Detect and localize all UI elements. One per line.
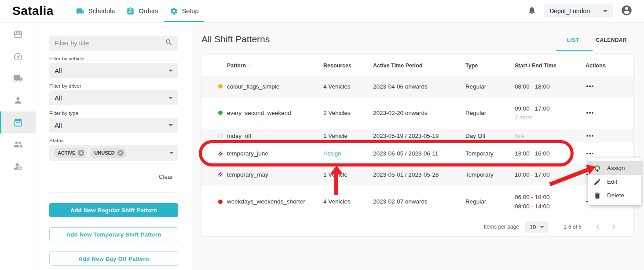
pattern-name: every_second_weekend	[227, 110, 323, 116]
chevron-down-icon	[603, 10, 607, 12]
add-new-regular-shift-pattern-button[interactable]: Add New Regular Shift Pattern	[49, 203, 178, 217]
filter-label: Filter by type	[49, 111, 178, 116]
search-icon[interactable]	[165, 38, 173, 48]
status-filter: Status ACTIVE✕UNUSED✕	[49, 138, 178, 161]
topbar: Satalia ScheduleOrdersSetup Depot_London	[0, 0, 644, 22]
row-actions-button[interactable]	[585, 150, 594, 157]
dashboard-icon	[13, 52, 23, 61]
resources-value: 1 Vehicle	[323, 133, 348, 139]
remove-chip-icon[interactable]: ✕	[117, 150, 124, 156]
nav-setup[interactable]: Setup	[164, 0, 205, 22]
column-header: Active Time Period	[373, 63, 465, 69]
search-input[interactable]	[55, 40, 165, 47]
row-actions-button[interactable]	[585, 109, 594, 116]
prev-page-button[interactable]	[593, 222, 603, 232]
items-per-page-label: Items per page	[484, 224, 519, 230]
store-icon	[13, 30, 23, 39]
filter-value: All	[55, 122, 62, 129]
rail-item-dashboard[interactable]	[0, 45, 36, 67]
pattern-type: Temporary	[465, 171, 515, 178]
filter-select[interactable]: All	[49, 118, 178, 133]
chevron-left-icon	[593, 222, 603, 232]
items-per-page-select[interactable]: 10	[525, 221, 549, 233]
nav-orders[interactable]: Orders	[121, 0, 164, 22]
chevron-down-icon	[540, 226, 544, 228]
sync-icon	[593, 164, 601, 172]
assign-link[interactable]: Assign	[323, 150, 341, 157]
filter-group: Filter by typeAll	[49, 111, 178, 133]
nav-schedule[interactable]: Schedule	[70, 0, 121, 22]
pattern-name: friday_off	[227, 133, 323, 139]
rail-item-truck[interactable]	[0, 67, 36, 89]
tab-list[interactable]: LIST	[567, 37, 579, 43]
time-value: 08:00 - 18:00	[515, 82, 585, 91]
column-header: Start / End Time	[515, 63, 585, 69]
menu-item-assign[interactable]: Assign	[588, 161, 641, 175]
chevron-right-icon	[609, 222, 618, 232]
rail-item-store[interactable]	[0, 23, 36, 45]
add-pattern-buttons: Add New Regular Shift PatternAdd New Tem…	[49, 203, 178, 266]
rail-item-calendar[interactable]	[0, 111, 36, 133]
table-row-colour_flags_simple: colour_flags_simple4 Vehicles2023-04-06 …	[201, 76, 633, 97]
table-row-weekdays_weekends_shorter: weekdays_weekends_shorter4 Vehicles2023-…	[201, 185, 633, 218]
column-header[interactable]: Pattern↑	[227, 62, 323, 69]
pattern-status-dot	[218, 152, 223, 156]
time-value: 10:00 - 17:00	[515, 170, 585, 179]
rail-item-person[interactable]	[0, 89, 36, 111]
filter-group: Filter by vehicleAll	[49, 56, 178, 78]
status-chip-active: ACTIVE✕	[54, 148, 87, 158]
page-range-label: 1-6 of 6	[564, 224, 582, 230]
menu-item-label: Assign	[607, 165, 625, 171]
pattern-name: weekdays_weekends_shorter	[227, 198, 323, 205]
shift-patterns-table: Pattern↑ResourcesActive Time PeriodTypeS…	[201, 55, 633, 236]
truck-icon	[13, 74, 23, 83]
menu-item-label: Delete	[607, 192, 624, 199]
page-title: All Shift Patterns	[201, 34, 270, 44]
time-more-note: 2 more	[515, 113, 585, 122]
tab-calendar[interactable]: CALENDAR	[596, 37, 627, 43]
remove-chip-icon[interactable]: ✕	[78, 150, 84, 156]
time-value: N/A	[515, 131, 585, 141]
filter-select[interactable]: All	[49, 63, 178, 78]
row-actions-button[interactable]	[585, 83, 594, 90]
active-period: 2023-05-01 / 2023-05-28	[373, 171, 465, 178]
pattern-status-dot	[218, 84, 223, 89]
pattern-status-dot	[218, 200, 223, 204]
topbar-right: Depot_London	[527, 4, 633, 18]
status-select[interactable]: ACTIVE✕UNUSED✕	[49, 145, 178, 161]
pattern-type: Temporary	[465, 150, 515, 157]
pattern-type: Regular	[465, 198, 515, 205]
search-icon	[165, 38, 173, 46]
gear-icon	[170, 7, 178, 15]
pattern-status-dot	[218, 134, 223, 138]
avatar[interactable]	[621, 4, 633, 18]
menu-item-edit[interactable]: Edit	[588, 175, 641, 189]
active-period: 2023-02-20 onwards	[373, 110, 465, 116]
rail-item-groups[interactable]	[0, 133, 36, 155]
row-context-menu: AssignEditDelete	[588, 158, 641, 205]
menu-item-delete[interactable]: Delete	[588, 189, 641, 202]
next-page-button[interactable]	[609, 222, 618, 232]
add-new-temporary-shift-pattern-button[interactable]: Add New Temporary Shift Pattern	[49, 227, 178, 241]
title-filter	[49, 36, 178, 51]
nav-label: Orders	[139, 7, 158, 15]
time-value: 09:00 - 17:00	[515, 104, 585, 113]
orders-icon	[126, 7, 135, 15]
divider	[49, 192, 178, 192]
depot-selector[interactable]: Depot_London	[544, 4, 613, 18]
table-header: Pattern↑ResourcesActive Time PeriodTypeS…	[201, 55, 633, 76]
clear-filters-button[interactable]: Clear	[49, 174, 178, 180]
chevron-down-icon	[169, 152, 174, 154]
pattern-name: temporary_june	[227, 150, 323, 157]
filter-value: All	[55, 94, 62, 102]
rail-item-manage-accounts[interactable]	[0, 155, 36, 178]
truck-icon	[76, 7, 84, 15]
nav-label: Setup	[182, 7, 199, 15]
add-new-day-off-pattern-button[interactable]: Add New Day Off Pattern	[49, 252, 178, 266]
filter-panel: Filter by vehicleAllFilter by driverAllF…	[36, 22, 192, 270]
row-actions-button[interactable]	[585, 133, 594, 140]
filter-select[interactable]: All	[49, 90, 178, 105]
time-value: 08:00 - 14:00	[515, 202, 585, 211]
bell-icon[interactable]	[527, 6, 536, 16]
table-row-friday_off: friday_off1 Vehicle2023-05-19 / 2023-05-…	[201, 129, 633, 143]
